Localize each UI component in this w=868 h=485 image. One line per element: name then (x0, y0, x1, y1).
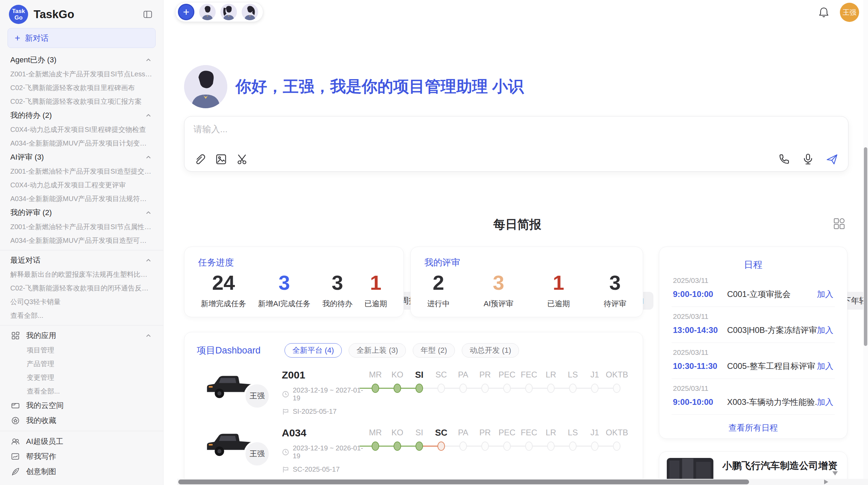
milestone-dot-overdue (437, 442, 445, 451)
assistant-avatar (184, 65, 227, 108)
message-input[interactable] (193, 123, 776, 145)
milestone-dot (481, 384, 489, 393)
milestone-dot (525, 384, 533, 393)
app-item-project-mgmt[interactable]: 项目管理 (0, 343, 163, 357)
join-link[interactable]: 加入 (817, 361, 833, 372)
sidebar-item-cloud-space[interactable]: 我的云空间 (0, 398, 163, 413)
sidebar-item[interactable]: Z001-全新燃油轻卡产品开发项目SI造型提交物评审 (0, 164, 163, 178)
chevron-up-icon[interactable] (145, 209, 152, 216)
divider (0, 431, 163, 431)
sidebar-item[interactable]: Z001-全新燃油皮卡产品开发项目SI节点Lesson Learn报告 (0, 67, 163, 81)
join-link[interactable]: 加入 (817, 397, 833, 408)
sidebar-item[interactable]: A034-全新新能源MUV产品开发项目法规符合性评审 (0, 192, 163, 206)
sidebar-item-ai-staff[interactable]: AI超级员工 (0, 434, 163, 449)
main-area: + 王强 你好，王强，我是你的项目管理助理 小识 (164, 0, 868, 485)
notification-bell-icon[interactable] (818, 7, 830, 18)
project-dates: 2023-12-19 ~ 2026-01-19 (282, 444, 364, 460)
send-icon[interactable] (825, 153, 839, 166)
filter-powertrain[interactable]: 动总开发 (1) (462, 343, 519, 358)
recent-chat-item[interactable]: 解释最新出台的欧盟报废车法规再生塑料比例被调至15%... (0, 268, 163, 281)
event-name: X003-车辆动力学性能验... (727, 397, 817, 408)
hero: 你好，王强，我是你的项目管理助理 小识 (184, 65, 524, 108)
milestone-label: MR (364, 427, 386, 438)
group-title: 最近对话 (10, 255, 40, 265)
image-icon[interactable] (215, 153, 228, 166)
cloud-space-label: 我的云空间 (26, 400, 64, 411)
sidebar-item-my-apps[interactable]: 我的应用 (0, 328, 163, 343)
creative-draw-label: 创意制图 (26, 467, 56, 477)
milestone-label: OKTB (606, 427, 628, 438)
agent-avatar[interactable] (242, 4, 258, 20)
view-all-apps-link[interactable]: 查看全部... (0, 384, 163, 398)
sidebar-item-help-write[interactable]: 帮我写作 (0, 449, 163, 464)
chevron-up-icon[interactable] (145, 56, 152, 64)
milestone: MR (364, 369, 386, 393)
milestone: LR (540, 369, 562, 393)
sidebar-item[interactable]: C0X4-动力总成开发项目SI里程碑提交物检查 (0, 123, 163, 136)
view-all-chats-link[interactable]: 查看全部... (0, 309, 163, 322)
group-recent-chats[interactable]: 最近对话 (0, 253, 163, 268)
recent-chat-item[interactable]: C02-飞腾新能源轻客改款项目的闭环通告反馈情况 (0, 281, 163, 295)
join-link[interactable]: 加入 (817, 325, 833, 336)
scroll-down-arrow[interactable] (832, 471, 838, 475)
sidebar: Task Go TaskGo + 新对话 Agent已办 (3) Z001-全新… (0, 0, 164, 485)
sidebar-item-favorites[interactable]: 我的收藏 (0, 413, 163, 428)
stat-review-overdue: 1 已逾期 (547, 271, 570, 309)
filter-platform[interactable]: 全新平台 (4) (285, 343, 342, 358)
sidebar-item[interactable]: A034-全新新能源MUV产品开发项目计划变更表编写 (0, 136, 163, 150)
schedule-event: 2025/03/11 9:00-10:00 C001-立项审批会 加入 (672, 271, 835, 307)
milestone: KO (386, 369, 408, 393)
agent-avatar[interactable] (199, 4, 216, 20)
chevron-up-icon[interactable] (145, 112, 152, 119)
vertical-scrollbar-thumb[interactable] (864, 147, 867, 346)
filter-upfit[interactable]: 全新上装 (3) (349, 343, 406, 358)
sidebar-item[interactable]: C02-飞腾新能源轻客改款项目里程碑画布 (0, 81, 163, 95)
dashboard-filters: 全新平台 (4) 全新上装 (3) 年型 (2) 动总开发 (1) (285, 343, 519, 358)
project-row[interactable]: 王强 A034 2023-12-19 ~ 2026-01-19 SC-2025-… (197, 426, 630, 473)
milestone-label: PEC (496, 427, 518, 438)
new-chat-button[interactable]: + 新对话 (8, 28, 156, 48)
milestone-label: KO (386, 369, 408, 380)
sidebar-item[interactable]: C0X4-动力总成开发项目工程变更评审 (0, 178, 163, 192)
vertical-scrollbar[interactable] (863, 0, 868, 479)
collapse-sidebar-icon[interactable] (143, 9, 153, 20)
phone-call-icon[interactable] (777, 153, 791, 166)
agent-avatar[interactable] (220, 4, 237, 20)
horizontal-scrollbar-thumb[interactable] (178, 480, 749, 484)
join-link[interactable]: 加入 (817, 289, 833, 300)
sidebar-item[interactable]: Z001-全新燃油轻卡产品开发项目SI节点属性5D文件评审 (0, 220, 163, 234)
app-item-change-mgmt[interactable]: 变更管理 (0, 371, 163, 384)
stat-value: 24 (201, 271, 246, 295)
sidebar-item[interactable]: C02-飞腾新能源轻客改款项目立项汇报方案 (0, 95, 163, 108)
chevron-up-icon[interactable] (145, 332, 152, 339)
project-row[interactable]: 王强 Z001 2023-12-19 ~ 2027-01-19 SI-2025-… (197, 369, 630, 415)
user-avatar[interactable]: 王强 (840, 3, 859, 22)
milestone-dot (591, 384, 599, 393)
sidebar-item[interactable]: A034-全新新能源MUV产品开发项目造型可行性评审 (0, 234, 163, 247)
date-range: 2023-12-19 ~ 2027-01-19 (293, 386, 364, 402)
sidebar-item-creative-draw[interactable]: 创意制图 (0, 464, 163, 479)
milestone-label: LR (540, 369, 562, 380)
horizontal-scrollbar[interactable] (177, 479, 868, 485)
filter-model-year[interactable]: 年型 (2) (413, 343, 455, 358)
chevron-up-icon[interactable] (145, 257, 152, 264)
milestone-dot (503, 442, 511, 451)
group-my-review[interactable]: 我的评审 (2) (0, 206, 163, 220)
app-item-product-mgmt[interactable]: 产品管理 (0, 357, 163, 371)
milestone-label-current: SC (430, 427, 452, 438)
view-all-schedule-link[interactable]: 查看所有日程 (672, 422, 835, 433)
attachment-icon[interactable] (193, 153, 206, 166)
microphone-icon[interactable] (801, 153, 815, 166)
group-agent-done[interactable]: Agent已办 (3) (0, 53, 163, 67)
recent-chat-item[interactable]: 公司Q3轻卡销量 (0, 295, 163, 309)
group-ai-review[interactable]: AI评审 (3) (0, 150, 163, 164)
group-my-todo[interactable]: 我的待办 (2) (0, 108, 163, 123)
apps-grid-icon (10, 331, 21, 341)
divider (0, 250, 163, 250)
add-agent-button[interactable]: + (178, 4, 194, 20)
scissors-icon[interactable] (236, 153, 249, 166)
layout-grid-icon[interactable] (833, 217, 846, 230)
chevron-up-icon[interactable] (145, 153, 152, 161)
stat-my-todo: 3 我的待办 (322, 271, 352, 309)
scroll-right-arrow[interactable] (824, 480, 828, 484)
